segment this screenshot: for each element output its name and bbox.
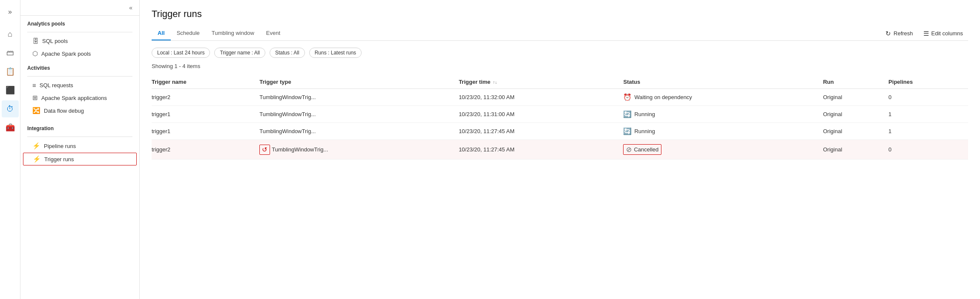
cell-run-2: Original: [823, 123, 888, 140]
cell-status-1: 🔄Running: [623, 106, 823, 123]
sidebar-item-trigger-runs-label: Trigger runs: [44, 156, 74, 162]
sidebar-item-sql-requests-label: SQL requests: [40, 82, 73, 88]
spark-nav-icon[interactable]: ⬛: [2, 82, 19, 99]
sql-requests-icon: ≡: [32, 82, 36, 89]
cancelled-icon: ⊘: [626, 145, 632, 154]
pipeline-runs-icon: ⚡: [32, 142, 40, 150]
cell-pipelines-3: 0: [888, 140, 968, 159]
tab-schedule[interactable]: Schedule: [171, 26, 206, 40]
running-status-icon: 🔄: [623, 127, 632, 135]
main-content: Trigger runs All Schedule Tumbling windo…: [140, 0, 980, 299]
cell-status-2: 🔄Running: [623, 123, 823, 140]
trigger-type-with-icon: ↺TumblingWindowTrig...: [259, 145, 454, 155]
analytics-pools-section-title: Analytics pools: [20, 16, 139, 29]
sidebar-item-data-flow-debug[interactable]: 🔀 Data flow debug: [20, 104, 139, 117]
tab-tumbling-window[interactable]: Tumbling window: [206, 26, 260, 40]
table-row: trigger2TumblingWindowTrig...10/23/20, 1…: [152, 89, 968, 106]
sidebar-item-data-flow-debug-label: Data flow debug: [44, 108, 84, 114]
running-status-icon: 🔄: [623, 110, 632, 118]
integration-section: Integration ⚡ Pipeline runs ⚡ Trigger ru…: [20, 120, 139, 166]
cell-trigger-time-1: 10/23/20, 11:31:00 AM: [459, 106, 623, 123]
sql-pools-icon: 🗄: [32, 37, 39, 45]
filter-local[interactable]: Local : Last 24 hours: [152, 48, 210, 58]
monitor-nav-icon[interactable]: ⏱: [2, 100, 19, 117]
cell-trigger-name-3[interactable]: trigger2: [152, 140, 259, 159]
page-title: Trigger runs: [152, 9, 968, 20]
cell-trigger-type-3: ↺TumblingWindowTrig...: [259, 140, 459, 159]
cell-status-3: ⊘Cancelled: [623, 140, 823, 159]
status-cell-content: ⏰Waiting on dependency: [623, 93, 818, 101]
refresh-label: Refresh: [894, 30, 913, 37]
sidebar-header: «: [20, 0, 139, 16]
sidebar-item-apache-spark-pools[interactable]: ⬡ Apache Spark pools: [20, 47, 139, 60]
home-nav-icon[interactable]: ⌂: [2, 26, 19, 43]
activities-section-title: Activities: [20, 60, 139, 74]
apache-spark-apps-icon: ⊞: [32, 94, 38, 102]
cell-trigger-type-2: TumblingWindowTrig...: [259, 123, 459, 140]
retry-icon[interactable]: ↺: [259, 145, 270, 155]
tab-event[interactable]: Event: [260, 26, 286, 40]
sidebar-item-apache-spark-apps-label: Apache Spark applications: [41, 95, 107, 101]
sidebar-item-pipeline-runs-label: Pipeline runs: [44, 143, 76, 149]
cell-run-1: Original: [823, 106, 888, 123]
sidebar: « Analytics pools 🗄 SQL pools ⬡ Apache S…: [20, 0, 140, 299]
expand-icon-bar[interactable]: »: [2, 3, 19, 20]
divider-activities: [27, 76, 132, 77]
filter-status[interactable]: Status : All: [270, 48, 305, 58]
collapse-sidebar-button[interactable]: «: [127, 3, 134, 12]
refresh-icon: ↻: [885, 30, 891, 37]
col-status: Status: [623, 75, 823, 89]
trigger-runs-table: Trigger name Trigger type Trigger time ↑…: [152, 75, 968, 159]
col-trigger-time[interactable]: Trigger time ↑↓: [459, 75, 623, 89]
sidebar-item-pipeline-runs[interactable]: ⚡ Pipeline runs: [20, 140, 139, 152]
filter-bar: Local : Last 24 hours Trigger name : All…: [152, 48, 968, 58]
cell-run-3: Original: [823, 140, 888, 159]
table-row: trigger2↺TumblingWindowTrig...10/23/20, …: [152, 140, 968, 159]
cell-pipelines-1[interactable]: 1: [888, 106, 968, 123]
refresh-button[interactable]: ↻ Refresh: [880, 27, 918, 40]
divider-analytics: [27, 32, 132, 32]
cell-pipelines-0: 0: [888, 89, 968, 106]
cell-trigger-time-3: 10/23/20, 11:27:45 AM: [459, 140, 623, 159]
sidebar-item-sql-requests[interactable]: ≡ SQL requests: [20, 79, 139, 91]
item-count: Showing 1 - 4 items: [152, 63, 968, 69]
data-flow-debug-icon: 🔀: [32, 107, 40, 114]
status-cell-content: 🔄Running: [623, 127, 818, 135]
sidebar-item-sql-pools-label: SQL pools: [42, 38, 68, 44]
apache-spark-pools-icon: ⬡: [32, 50, 38, 57]
cancelled-status-box: ⊘Cancelled: [623, 144, 661, 155]
cell-trigger-type-1: TumblingWindowTrig...: [259, 106, 459, 123]
divider-integration: [27, 137, 132, 137]
icon-bar: » ⌂ 🗃 📋 ⬛ ⏱ 🧰: [0, 0, 20, 299]
col-run: Run: [823, 75, 888, 89]
col-trigger-name: Trigger name: [152, 75, 259, 89]
cell-pipelines-2[interactable]: 1: [888, 123, 968, 140]
cell-status-0: ⏰Waiting on dependency: [623, 89, 823, 106]
status-cell-content: 🔄Running: [623, 110, 818, 118]
sidebar-item-trigger-runs[interactable]: ⚡ Trigger runs: [23, 153, 137, 165]
col-trigger-type: Trigger type: [259, 75, 459, 89]
cell-trigger-time-2: 10/23/20, 11:27:45 AM: [459, 123, 623, 140]
waiting-status-icon: ⏰: [623, 93, 632, 101]
tab-all[interactable]: All: [152, 26, 171, 40]
table-header-row: Trigger name Trigger type Trigger time ↑…: [152, 75, 968, 89]
integration-section-title: Integration: [20, 120, 139, 134]
sidebar-item-apache-spark-apps[interactable]: ⊞ Apache Spark applications: [20, 91, 139, 104]
edit-columns-icon: ☰: [923, 30, 929, 37]
data-nav-icon[interactable]: 🗃: [2, 44, 19, 61]
edit-columns-button[interactable]: ☰ Edit columns: [918, 27, 968, 40]
cell-trigger-type-0: TumblingWindowTrig...: [259, 89, 459, 106]
cell-trigger-name-0[interactable]: trigger2: [152, 89, 259, 106]
table-row: trigger1TumblingWindowTrig...10/23/20, 1…: [152, 123, 968, 140]
notebook-nav-icon[interactable]: 📋: [2, 63, 19, 80]
toolbox-nav-icon[interactable]: 🧰: [2, 119, 19, 136]
filter-trigger-name[interactable]: Trigger name : All: [214, 48, 265, 58]
tabs-bar: All Schedule Tumbling window Event ↻ Ref…: [152, 26, 968, 41]
main-content-area: Trigger runs All Schedule Tumbling windo…: [140, 0, 980, 299]
cell-trigger-name-2: trigger1: [152, 123, 259, 140]
sidebar-item-sql-pools[interactable]: 🗄 SQL pools: [20, 35, 139, 47]
table-row: trigger1TumblingWindowTrig...10/23/20, 1…: [152, 106, 968, 123]
filter-runs[interactable]: Runs : Latest runs: [309, 48, 362, 58]
cell-trigger-time-0: 10/23/20, 11:32:00 AM: [459, 89, 623, 106]
trigger-runs-icon: ⚡: [33, 155, 41, 163]
